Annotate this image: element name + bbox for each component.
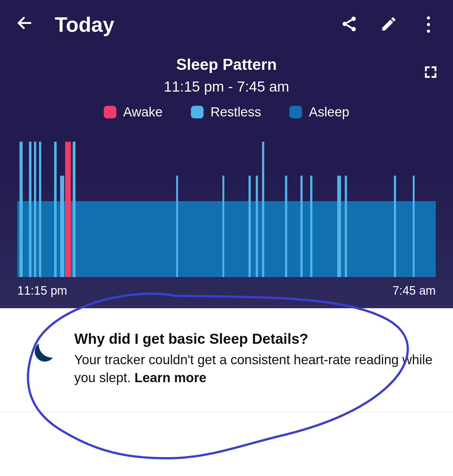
legend-asleep: Asleep xyxy=(289,105,349,120)
restless-segment xyxy=(310,176,312,277)
share-button[interactable] xyxy=(340,15,358,34)
restless-segment xyxy=(20,142,23,277)
restless-segment xyxy=(256,176,258,277)
back-button[interactable] xyxy=(16,14,33,35)
restless-segment xyxy=(34,142,36,277)
x-axis-start-label: 11:15 pm xyxy=(17,284,67,298)
legend-asleep-swatch xyxy=(289,106,302,118)
awake-segment xyxy=(65,142,71,277)
chart-title: Sleep Pattern xyxy=(13,55,440,74)
legend-restless: Restless xyxy=(191,105,261,120)
svg-point-2 xyxy=(343,22,347,26)
asleep-region xyxy=(17,201,436,277)
restless-segment xyxy=(300,176,303,277)
chart-legend: Awake Restless Asleep xyxy=(13,105,440,120)
restless-segment xyxy=(176,176,178,277)
fullscreen-button[interactable] xyxy=(423,65,438,81)
restless-segment xyxy=(29,142,31,277)
restless-segment xyxy=(394,176,396,277)
restless-segment xyxy=(222,176,224,277)
restless-segment xyxy=(60,176,64,277)
info-card-title: Why did I get basic Sleep Details? xyxy=(74,330,434,347)
restless-segment xyxy=(54,142,57,277)
legend-awake-swatch xyxy=(104,106,116,118)
chart-area: 11:15 pm 7:45 am xyxy=(0,126,453,308)
chart-time-range: 11:15 pm - 7:45 am xyxy=(13,78,440,95)
restless-segment xyxy=(73,142,76,277)
restless-segment xyxy=(285,176,287,277)
legend-asleep-label: Asleep xyxy=(309,105,349,120)
page-title: Today xyxy=(55,13,114,37)
chart-x-axis: 11:15 pm 7:45 am xyxy=(17,277,436,308)
legend-awake: Awake xyxy=(104,105,163,120)
restless-segment xyxy=(249,176,251,277)
restless-segment xyxy=(39,142,41,277)
sleep-pattern-panel: Today Sleep Pattern 11:15 pm - 7:45 am A… xyxy=(0,0,453,308)
info-card-body: Your tracker couldn't get a consistent h… xyxy=(74,351,434,387)
basic-sleep-info-card[interactable]: Why did I get basic Sleep Details? Your … xyxy=(0,308,453,412)
sleep-chart[interactable] xyxy=(17,142,436,277)
header-bar: Today xyxy=(0,9,453,43)
restless-segment xyxy=(337,176,341,277)
svg-point-1 xyxy=(351,17,356,21)
restless-segment xyxy=(345,176,347,277)
chart-header: Sleep Pattern 11:15 pm - 7:45 am Awake R… xyxy=(0,43,453,126)
legend-restless-swatch xyxy=(191,106,204,118)
restless-segment xyxy=(262,142,264,277)
moon-icon xyxy=(23,339,57,387)
restless-segment xyxy=(413,176,415,277)
legend-awake-label: Awake xyxy=(123,105,163,120)
learn-more-link[interactable]: Learn more xyxy=(134,370,206,385)
svg-point-3 xyxy=(351,27,356,31)
x-axis-end-label: 7:45 am xyxy=(393,284,436,298)
legend-restless-label: Restless xyxy=(210,105,261,120)
edit-button[interactable] xyxy=(380,15,398,34)
info-card-body-text: Your tracker couldn't get a consistent h… xyxy=(74,352,433,385)
more-options-button[interactable] xyxy=(420,16,437,33)
